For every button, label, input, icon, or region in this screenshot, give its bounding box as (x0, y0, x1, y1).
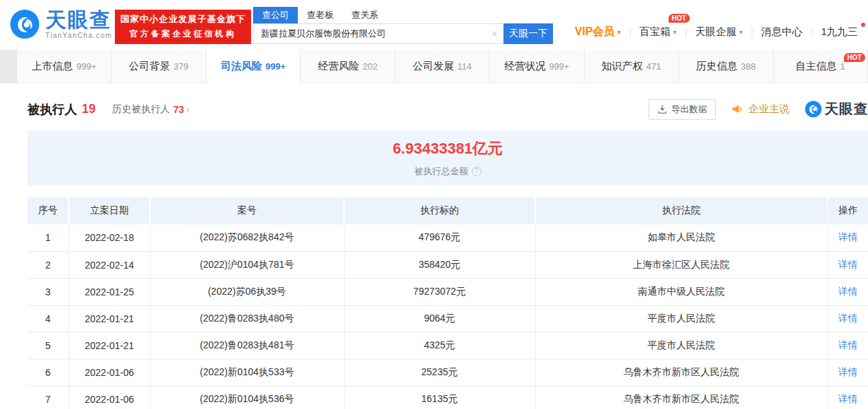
table-row: 2 2022-02-14 (2022)沪0104执781号 358420元 上海… (28, 251, 868, 278)
search-tabs: 查公司 查老板 查关系 (253, 8, 553, 23)
nav-toolbox[interactable]: HOT 百宝箱 ▾ (631, 25, 686, 39)
detail-link[interactable]: 详情 (838, 286, 858, 297)
cell-case-no: (2022)新0104执536号 (150, 386, 344, 409)
tab-count: 471 (646, 61, 661, 72)
search-tab-boss[interactable]: 查老板 (307, 7, 334, 23)
search-tab-company[interactable]: 查公司 (253, 7, 298, 23)
cell-court: 南通市中级人民法院 (535, 278, 827, 305)
tab-label: 知识产权 (601, 60, 642, 73)
tianyancha-swirl-icon (10, 9, 40, 39)
tab-label: 自主信息 (796, 60, 837, 73)
page-tab-3[interactable]: 司法风险 999+ (206, 50, 301, 83)
cert-line2: 官方备案企业征信机构 (120, 28, 246, 40)
cell-no: 5 (28, 332, 69, 359)
enforcement-table: 序号 立案日期 案号 执行标的 执行法院 操作 1 2022-02-18 (20… (28, 197, 868, 409)
nav-message-center[interactable]: 消息中心 (752, 25, 812, 39)
cell-date: 2022-01-25 (69, 278, 150, 305)
cell-date: 2022-02-14 (69, 251, 150, 278)
logo-domain: TianYanCha.com (45, 32, 112, 39)
nav-vip-member[interactable]: VIP会员 ▾ (566, 25, 630, 39)
cell-amount: 358420元 (344, 251, 535, 278)
cell-amount: 9064元 (344, 305, 535, 332)
search-input[interactable] (253, 23, 503, 44)
col-header-date: 立案日期 (69, 197, 150, 224)
top-nav: VIP会员 ▾ HOT 百宝箱 ▾ 天眼企服 ▾ 消息中心 1九九三 (566, 25, 867, 39)
cell-no: 1 (28, 224, 69, 251)
col-header-amount: 执行标的 (344, 197, 535, 224)
tab-count: 202 (362, 61, 378, 72)
detail-link[interactable]: 详情 (838, 231, 858, 242)
detail-link[interactable]: 详情 (838, 259, 858, 270)
page-tab-8[interactable]: 历史信息 388 (679, 50, 773, 83)
tabbar-left-spacer (0, 50, 17, 83)
table-header-row: 序号 立案日期 案号 执行标的 执行法院 操作 (28, 197, 868, 224)
col-header-no: 序号 (28, 197, 69, 224)
page-tabs: 上市信息 999+ 公司背景 379 司法风险 999+ 经营风险 202 公司… (0, 50, 868, 83)
section-header: 被执行人 19 历史被执行人 73 › 导出数据 企业主说 (28, 98, 868, 120)
site-logo[interactable]: 天眼查 TianYanCha.com (10, 9, 112, 39)
cell-no: 7 (28, 386, 69, 409)
cell-amount: 25235元 (344, 359, 535, 386)
cell-amount: 16135元 (344, 386, 535, 409)
page-tab-1[interactable]: 上市信息 999+ (17, 50, 111, 83)
detail-link[interactable]: 详情 (838, 339, 858, 350)
col-header-case: 案号 (150, 197, 344, 224)
tab-label: 司法风险 (221, 60, 262, 73)
cell-case-no: (2022)苏06执39号 (150, 278, 344, 305)
search-tab-relation[interactable]: 查关系 (351, 7, 378, 23)
search-button[interactable]: 天眼一下 (503, 23, 553, 44)
cell-date: 2022-01-21 (69, 332, 150, 359)
owner-say-link[interactable]: 企业主说 (731, 103, 790, 116)
detail-link[interactable]: 详情 (838, 313, 858, 324)
cell-no: 2 (28, 251, 69, 278)
chevron-down-icon: ▾ (673, 28, 677, 36)
history-link[interactable]: 历史被执行人 73 › (112, 103, 190, 116)
table-row: 5 2022-01-21 (2022)鲁0283执481号 4325元 平度市人… (28, 332, 868, 359)
total-amount: 6.93433381亿元 (393, 138, 503, 159)
cell-no: 3 (28, 278, 69, 305)
nav-username[interactable]: 1九九三 (812, 25, 867, 39)
cell-case-no: (2022)鲁0283执481号 (150, 332, 344, 359)
hot-badge: HOT (844, 53, 865, 62)
detail-link[interactable]: 详情 (838, 366, 858, 377)
tianyancha-watermark: 天眼查 (805, 100, 868, 118)
download-icon (658, 105, 667, 114)
tab-label: 公司背景 (129, 60, 170, 73)
cell-case-no: (2022)鲁0283执480号 (150, 305, 344, 332)
detail-link[interactable]: 详情 (838, 393, 858, 404)
nav-enterprise-service[interactable]: 天眼企服 ▾ (686, 25, 752, 39)
cell-date: 2022-01-21 (69, 305, 150, 332)
page-tab-4[interactable]: 经营风险 202 (301, 50, 395, 83)
tab-label: 上市信息 (32, 60, 73, 73)
cell-court: 乌鲁木齐市新市区人民法院 (535, 359, 827, 386)
chevron-right-icon: › (186, 103, 190, 115)
page-tab-7[interactable]: 知识产权 471 (585, 50, 679, 83)
clear-search-icon[interactable]: × (492, 28, 497, 39)
cell-court: 平度市人民法院 (535, 305, 827, 332)
total-amount-label: 被执行总金额 (415, 165, 468, 178)
megaphone-icon (731, 103, 744, 116)
page-tab-5[interactable]: 公司发展 114 (395, 50, 490, 83)
cell-court: 上海市徐汇区人民法院 (535, 251, 827, 278)
cell-court: 乌鲁木齐市新市区人民法院 (535, 386, 827, 409)
page-tab-2[interactable]: 公司背景 379 (111, 50, 206, 83)
page-tab-6[interactable]: 经营状况 999+ (490, 50, 584, 83)
tab-count: 999+ (265, 61, 285, 72)
tab-count: 388 (741, 61, 756, 72)
hot-badge: HOT (669, 14, 690, 23)
section-count: 19 (82, 102, 96, 116)
col-header-action: 操作 (827, 197, 868, 224)
help-icon[interactable]: ? (472, 167, 481, 176)
section-title: 被执行人 (28, 101, 77, 118)
export-data-button[interactable]: 导出数据 (649, 99, 716, 120)
tab-label: 公司发展 (413, 60, 454, 73)
logo-name: 天眼查 (45, 10, 112, 30)
cell-amount: 479676元 (344, 224, 535, 251)
tab-count: 1 (840, 61, 845, 72)
main-content: 被执行人 19 历史被执行人 73 › 导出数据 企业主说 (28, 98, 868, 409)
page-tab-9[interactable]: HOT 自主信息 1 (774, 50, 868, 83)
tianyancha-swirl-icon (805, 101, 822, 118)
tab-label: 历史信息 (696, 60, 737, 73)
cell-case-no: (2022)苏0682执842号 (150, 224, 344, 251)
notification-dot (861, 23, 865, 27)
